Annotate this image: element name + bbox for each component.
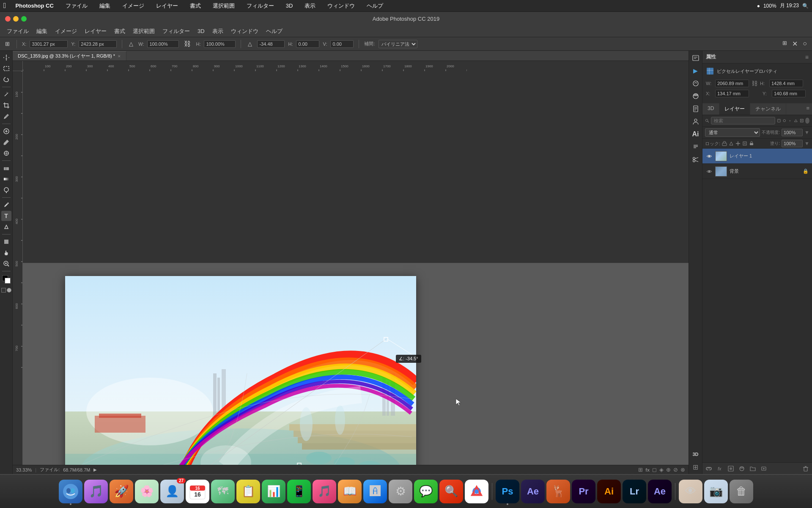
menu-file[interactable]: ファイル [63,1,90,11]
tool-brush[interactable] [1,137,11,147]
add-mask-btn[interactable] [726,464,735,473]
tool-path-select[interactable] [1,222,11,232]
dock-calendar[interactable]: 1616 [186,480,209,503]
dock-maps[interactable]: 🗺 [211,480,235,503]
x-input[interactable] [30,40,68,48]
ps-menu-window[interactable]: ウィンドウ [228,26,262,36]
cancel-transform-icon[interactable]: ✕ [790,39,799,49]
link-layers-btn[interactable] [704,464,713,473]
lock-all-icon[interactable] [749,141,754,146]
dock-premiere[interactable]: Pr [572,480,595,503]
statusbar-icon4[interactable]: ⊘ [673,467,678,473]
quick-mask-icon[interactable] [1,288,6,293]
layer1-visibility[interactable] [706,153,713,160]
dock-aeblue[interactable]: Ae [521,480,545,503]
tool-eraser[interactable] [1,163,11,173]
layer-item-bg[interactable]: 背景 🔒 [702,164,812,179]
properties-menu-icon[interactable]: ≡ [805,54,809,61]
right-tool-triangle[interactable]: ▶ [690,65,701,76]
grid-icon[interactable]: ⊞ [638,467,643,473]
menu-3d[interactable]: 3D [283,2,296,10]
tool-text[interactable]: T [1,211,11,221]
filter-type-icon[interactable]: T [788,118,793,124]
ps-menu-filter[interactable]: フィルター [159,26,193,36]
right-tool-panel-toggle[interactable]: ⊞ [690,461,701,472]
add-layer-btn[interactable] [759,464,768,473]
delete-layer-btn[interactable] [801,464,810,473]
dock-photos[interactable]: 🌸 [135,480,159,503]
dock-contacts[interactable]: 👤 27 [160,480,184,503]
tab-3d[interactable]: 3D [702,103,719,115]
menu-edit[interactable]: 編集 [97,1,113,11]
minimize-button[interactable] [13,16,19,22]
menu-layer[interactable]: レイヤー [154,1,181,11]
tool-hand[interactable] [1,248,11,258]
tool-heal[interactable] [1,126,11,136]
ps-menu-edit[interactable]: 編集 [33,26,51,36]
apple-menu[interactable]:  [3,1,6,10]
dock-photos2[interactable]: 📷 [704,480,728,503]
menu-help[interactable]: ヘルプ [364,1,386,11]
ps-menu-image[interactable]: イメージ [52,26,80,36]
opacity-arrow[interactable]: ▼ [804,130,809,135]
ps-menu-3d[interactable]: 3D [194,27,208,36]
angle-input[interactable] [257,40,285,48]
dock-lightroom[interactable]: Lr [623,480,646,503]
commit-transform-icon[interactable]: ○ [801,39,809,49]
menu-type[interactable]: 書式 [187,1,203,11]
tool-move[interactable] [1,52,11,63]
right-tool-text2[interactable]: Ai [690,129,701,140]
layers-search-input[interactable] [711,117,775,124]
y-input[interactable] [79,40,117,48]
lock-artboard-icon[interactable] [742,141,747,146]
search-icon[interactable]: 🔍 [802,3,809,9]
fill-arrow[interactable]: ▼ [804,141,809,146]
filter-adj-icon[interactable] [782,118,787,124]
add-adjustment-btn[interactable] [737,464,746,473]
tool-eyedropper[interactable] [1,111,11,121]
background-color[interactable] [5,278,11,284]
warp-icon[interactable]: ⊞ [781,39,789,49]
filter-smart-icon[interactable] [800,118,804,124]
add-style-btn[interactable]: fx [715,464,724,473]
dock-launchpad[interactable]: 🚀 [110,480,133,503]
dock-aftereffects[interactable]: Ae [648,480,672,503]
right-tool-adjust[interactable] [690,91,701,102]
layers-panel-menu[interactable]: ≡ [804,103,812,115]
dock-numbers[interactable]: 📊 [262,480,285,503]
right-tool-effects[interactable] [690,78,701,89]
status-arrow[interactable]: ▶ [93,467,97,472]
ps-menu-layer[interactable]: レイヤー [81,26,110,36]
filter-pixel-icon[interactable] [777,118,781,124]
menu-select[interactable]: 選択範囲 [210,1,237,11]
filter-shape-icon[interactable] [794,118,798,124]
statusbar-icon5[interactable]: ⊗ [680,467,685,473]
statusbar-icon2[interactable]: ◈ [659,467,664,473]
interp-select[interactable]: バイリニア法 [379,40,417,48]
fill-input[interactable] [782,140,803,147]
dock-photoshop[interactable]: Ps [496,480,519,503]
statusbar-icon3[interactable]: ⊕ [666,467,671,473]
menu-view[interactable]: 表示 [302,1,318,11]
layer-bg-visibility[interactable] [706,168,713,175]
app-name-menu[interactable]: Photoshop CC [13,2,56,10]
h-input[interactable] [204,40,236,48]
dock-chrome[interactable] [465,480,488,503]
hshear-input[interactable] [296,40,319,48]
w-input[interactable] [147,40,179,48]
tab-layers[interactable]: レイヤー [719,103,750,115]
menu-window[interactable]: ウィンドウ [325,1,357,11]
tab-close-button[interactable]: ✕ [118,54,121,58]
dock-trash[interactable]: 🗑 [730,480,753,503]
link-wh-icon[interactable]: ⛓ [182,39,192,49]
dock-finder[interactable] [59,480,82,503]
blend-mode-select[interactable]: 通常 [705,128,760,137]
add-folder-btn[interactable] [748,464,757,473]
right-tool-paragraph[interactable] [690,141,701,152]
lock-paint-icon[interactable] [729,141,734,146]
tool-clone[interactable] [1,148,11,158]
dock-siri[interactable]: 🎵 [84,480,108,503]
transform-icon[interactable]: ⊞ [3,40,11,48]
dock-stickies[interactable]: 📋 [236,480,260,503]
vshear-input[interactable] [330,40,354,48]
